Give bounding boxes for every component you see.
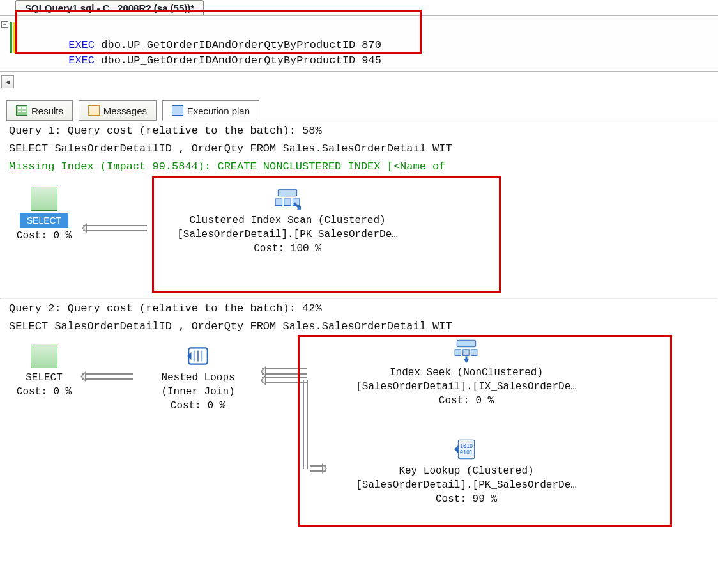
node-cost: Cost: 99 % [332, 492, 600, 506]
plan-arrow [262, 377, 307, 383]
plan-node-nested-loops[interactable]: Nested Loops (Inner Join) Cost: 0 % [141, 344, 256, 413]
tab-results[interactable]: Results [6, 100, 73, 121]
svg-rect-0 [278, 189, 296, 196]
select-result-icon [31, 344, 57, 368]
svg-rect-2 [284, 199, 291, 206]
nested-loops-icon [185, 344, 211, 368]
svg-rect-5 [457, 340, 475, 347]
index-seek-icon [453, 339, 480, 363]
plan-node-key-lookup[interactable]: 1010 0101 Key Lookup (Clustered) [SalesO… [332, 437, 600, 506]
svg-rect-8 [471, 350, 477, 355]
node-title: Nested Loops [141, 371, 256, 385]
result-tabs: Results Messages Execution plan [6, 98, 718, 121]
document-tab[interactable]: SQLQuery1.sql - C...2008R2 (sa (55))* [15, 0, 204, 15]
clustered-index-scan-icon [274, 187, 301, 211]
node-title: Clustered Index Scan (Clustered) [160, 213, 415, 228]
node-cost: Cost: 100 % [160, 242, 415, 256]
node-object: [SalesOrderDetail].[PK_SalesOrderDe… [332, 478, 600, 492]
node-object: [SalesOrderDetail].[IX_SalesOrderDe… [332, 380, 600, 394]
plan-node-clustered-index-scan[interactable]: Clustered Index Scan (Clustered) [SalesO… [160, 187, 415, 256]
query2-sql: SELECT SalesOrderDetailID , OrderQty FRO… [0, 317, 718, 335]
node-subtitle: (Inner Join) [141, 385, 256, 399]
messages-icon [88, 105, 100, 116]
sql-editor[interactable]: − EXEC dbo.UP_GetOrderIDAndOrderQtyByPro… [0, 15, 718, 72]
execution-plan-icon [172, 105, 183, 116]
query1-missing-index[interactable]: Missing Index (Impact 99.5844): CREATE N… [0, 157, 718, 175]
plan-arrow [83, 225, 147, 231]
svg-rect-6 [455, 350, 461, 355]
tab-label: Execution plan [187, 105, 250, 116]
node-title: Index Seek (NonClustered) [332, 366, 600, 380]
tab-messages[interactable]: Messages [79, 100, 157, 121]
node-cost: Cost: 0 % [141, 399, 256, 413]
svg-rect-1 [275, 199, 282, 206]
execution-plan-pane[interactable]: Query 1: Query cost (relative to the bat… [0, 121, 718, 588]
plan-arrow [82, 373, 133, 380]
keyword: EXEC [68, 54, 95, 66]
plan-node-index-seek[interactable]: Index Seek (NonClustered) [SalesOrderDet… [332, 339, 600, 408]
svg-rect-7 [463, 350, 469, 355]
scroll-left-icon[interactable]: ◄ [1, 75, 14, 88]
tab-label: Messages [103, 105, 147, 116]
plan-node-select[interactable]: SELECT Cost: 0 % [15, 344, 73, 399]
query1-header: Query 1: Query cost (relative to the bat… [0, 121, 718, 139]
select-label: SELECT [15, 371, 73, 385]
plan-node-select[interactable]: SELECT Cost: 0 % [15, 187, 73, 243]
select-label: SELECT [20, 213, 68, 228]
svg-text:1010: 1010 [460, 443, 473, 449]
tab-label: Results [31, 105, 63, 116]
plan-arrow [310, 465, 326, 472]
editor-text[interactable]: EXEC dbo.UP_GetOrderIDAndOrderQtyByProdu… [9, 20, 718, 71]
plan-arrow [262, 368, 307, 375]
code-text: dbo.UP_GetOrderIDAndOrderQtyByProductID … [95, 54, 381, 66]
query2-plan-canvas[interactable]: SELECT Cost: 0 % Nested Loops (Inner Joi… [0, 335, 718, 546]
svg-text:0101: 0101 [460, 449, 473, 456]
select-result-icon [31, 187, 57, 211]
node-cost: Cost: 0 % [332, 394, 600, 408]
tab-execution-plan[interactable]: Execution plan [162, 100, 259, 121]
results-icon [16, 105, 27, 116]
plan-connector [303, 380, 308, 469]
node-object: [SalesOrderDetail].[PK_SalesOrderDe… [160, 228, 415, 242]
collapse-toggle-icon[interactable]: − [1, 21, 8, 28]
select-cost: Cost: 0 % [15, 229, 73, 243]
select-cost: Cost: 0 % [15, 385, 73, 399]
node-title: Key Lookup (Clustered) [332, 464, 600, 478]
query1-sql: SELECT SalesOrderDetailID , OrderQty FRO… [0, 139, 718, 157]
key-lookup-icon: 1010 0101 [453, 437, 480, 461]
query1-plan-canvas[interactable]: SELECT Cost: 0 % Clustered Index Scan (C… [0, 175, 718, 297]
query2-header: Query 2: Query cost (relative to the bat… [0, 299, 718, 317]
